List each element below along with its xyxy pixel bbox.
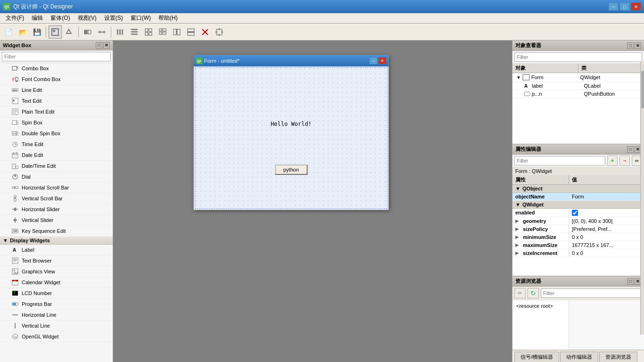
prop-row-minimumsize[interactable]: ▶minimumSize 0 x 0 — [512, 233, 644, 241]
prop-add-button[interactable]: + — [607, 156, 618, 166]
prop-filter-input[interactable] — [514, 156, 605, 165]
wb-item-time-edit[interactable]: Time Edit — [0, 139, 113, 150]
menu-form[interactable]: 窗体(O) — [47, 13, 74, 23]
prop-sizeincrement-expand[interactable]: ▶ — [515, 251, 521, 255]
res-root-item[interactable]: <resource root> — [514, 302, 567, 310]
menu-help[interactable]: 帮助(H) — [155, 13, 182, 23]
adjust-size-button[interactable] — [213, 25, 226, 39]
tab-signal-slot-editor[interactable]: 信号/槽编辑器 — [514, 352, 559, 362]
wb-item-text-edit[interactable]: A Text Edit — [0, 96, 113, 107]
prop-row-sizeincrement[interactable]: ▶sizeIncrement 0 x 0 — [512, 249, 644, 257]
wb-item-line-edit[interactable]: abc Line Edit — [0, 85, 113, 96]
res-refresh-button[interactable]: ↻ — [528, 288, 539, 298]
edit-mode-button[interactable] — [63, 25, 76, 39]
break-layout-button[interactable] — [198, 25, 212, 39]
menu-window[interactable]: 窗口(W) — [127, 13, 155, 23]
obj-row-form[interactable]: ▼ Form QWidget — [512, 73, 644, 82]
form-close-button[interactable]: ✕ — [378, 57, 387, 65]
prop-maximumsize-expand[interactable]: ▶ — [515, 243, 521, 247]
prop-section-qobject[interactable]: ▼ QObject — [512, 185, 644, 193]
obj-row-pushbutton[interactable]: p...n QPushButton — [512, 90, 644, 98]
wb-item-vertical-line[interactable]: Vertical Line — [0, 321, 113, 331]
maximize-button[interactable]: □ — [619, 2, 630, 11]
prop-row-sizepolicy[interactable]: ▶sizePolicy [Preferred, Pref... — [512, 225, 644, 233]
prop-enabled-checkbox[interactable] — [572, 210, 578, 216]
layout-form-button[interactable] — [156, 25, 169, 39]
wb-item-calendar-widget[interactable]: 12 Calendar Widget — [0, 277, 113, 288]
wb-item-dial[interactable]: Dial — [0, 172, 113, 182]
obj-inspector-close[interactable]: ✕ — [635, 42, 641, 49]
menu-file[interactable]: 文件(F) — [2, 13, 28, 23]
wb-item-horizontal-slider[interactable]: Horizontal Slider — [0, 204, 113, 215]
new-button[interactable]: 📄 — [2, 25, 15, 39]
wb-item-progress-bar[interactable]: Progress Bar — [0, 299, 113, 310]
tab-resource-browser[interactable]: 资源浏览器 — [599, 352, 637, 362]
prop-sizepolicy-expand[interactable]: ▶ — [515, 227, 521, 231]
form-title-bar: Qt Form - untitled* ─ ✕ — [194, 55, 388, 66]
obj-row-label[interactable]: A label QLabel — [512, 82, 644, 90]
wb-item-spin-box[interactable]: Spin Box — [0, 117, 113, 128]
prop-minimumsize-expand[interactable]: ▶ — [515, 235, 521, 239]
wb-item-graphics-view[interactable]: Graphics View — [0, 266, 113, 277]
wb-item-key-sequence-edit[interactable]: ⌨ Key Sequence Edit — [0, 226, 113, 237]
wb-item-horizontal-line[interactable]: Horizontal Line — [0, 310, 113, 321]
prop-geometry-expand[interactable]: ▶ — [515, 219, 521, 223]
wb-filter-input[interactable] — [2, 52, 111, 61]
prop-row-maximumsize[interactable]: ▶maximumSize 16777215 x 167... — [512, 241, 644, 249]
widget-box-close[interactable]: ✕ — [103, 42, 110, 49]
wb-item-lcd-number[interactable]: 7 LCD Number — [0, 288, 113, 299]
res-edit-button[interactable]: ✏ — [514, 288, 526, 298]
widget-mode-button[interactable] — [49, 25, 62, 39]
wb-item-datetime-edit[interactable]: Date/Time Edit — [0, 161, 113, 172]
prop-remove-button[interactable]: − — [619, 156, 630, 166]
layout-v-button[interactable] — [128, 25, 141, 39]
svg-text:1.0: 1.0 — [13, 132, 16, 135]
splitter-h-button[interactable] — [170, 25, 183, 39]
widget-box-restore[interactable]: □ — [96, 42, 102, 49]
layout-grid-button[interactable] — [142, 25, 155, 39]
menu-edit[interactable]: 编辑 — [28, 13, 47, 23]
prop-editor-restore[interactable]: □ — [627, 146, 634, 153]
form-window-controls: ─ ✕ — [369, 57, 387, 65]
form-canvas[interactable]: Hello World! python — [194, 66, 388, 210]
wb-item-double-spin-box[interactable]: 1.0 Double Spin Box — [0, 128, 113, 139]
form-minimize-button[interactable]: ─ — [369, 57, 378, 65]
wb-item-combo-box[interactable]: Combo Box — [0, 63, 113, 74]
minimize-button[interactable]: ─ — [608, 2, 619, 11]
wb-item-font-combo-box[interactable]: F Font Combo Box — [0, 74, 113, 85]
edit-connections-button[interactable] — [95, 25, 108, 39]
edit-widgets-button[interactable] — [81, 25, 94, 39]
prop-row-objectname[interactable]: objectName Form — [512, 193, 644, 201]
tab-action-editor[interactable]: 动作编辑器 — [560, 352, 598, 362]
prop-val-objectname[interactable]: Form — [569, 193, 644, 200]
obj-inspector-filter-input[interactable] — [514, 52, 642, 62]
wb-item-label[interactable]: A Label — [0, 245, 113, 255]
wb-item-plain-text-edit[interactable]: Plain Text Edit — [0, 107, 113, 117]
prop-row-enabled[interactable]: enabled — [512, 209, 644, 217]
wb-item-vertical-scroll-bar[interactable]: Vertical Scroll Bar — [0, 193, 113, 204]
splitter-v-button[interactable] — [184, 25, 198, 39]
form-window[interactable]: Qt Form - untitled* ─ ✕ Hello World! pyt… — [193, 55, 389, 210]
res-browser-restore[interactable]: □ — [627, 278, 634, 285]
wb-item-vertical-slider[interactable]: Vertical Slider — [0, 215, 113, 226]
open-button[interactable]: 📂 — [16, 25, 29, 39]
wb-item-opengl-widget[interactable]: GL OpenGL Widget — [0, 331, 113, 342]
layout-h-button[interactable] — [114, 25, 127, 39]
wb-item-text-browser[interactable]: Text Browser — [0, 255, 113, 266]
prop-val-enabled[interactable] — [569, 209, 644, 217]
menu-settings[interactable]: 设置(S) — [100, 13, 127, 23]
wb-item-horizontal-scroll-bar[interactable]: Horizontal Scroll Bar — [0, 182, 113, 193]
prop-section-qwidget[interactable]: ▼ QWidget — [512, 201, 644, 209]
prop-row-geometry[interactable]: ▶geometry [(0, 0), 400 x 300] — [512, 217, 644, 225]
close-button[interactable]: ✕ — [631, 2, 641, 11]
svg-rect-8 — [119, 29, 121, 35]
save-button[interactable]: 💾 — [30, 25, 43, 39]
res-filter-input[interactable] — [541, 288, 642, 298]
app-icon: Qt — [3, 3, 10, 10]
obj-inspector-restore[interactable]: □ — [627, 42, 634, 49]
svg-text:12: 12 — [14, 280, 16, 282]
form-python-button[interactable]: python — [275, 165, 307, 175]
text-edit-icon: A — [11, 97, 19, 105]
menu-view[interactable]: 视图(V) — [74, 13, 100, 23]
wb-item-date-edit[interactable]: Date Edit — [0, 150, 113, 161]
